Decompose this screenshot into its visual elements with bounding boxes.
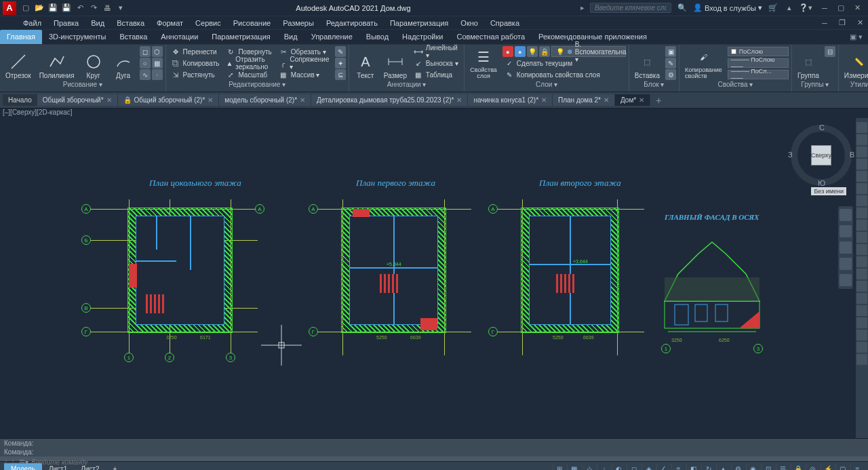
menu-view[interactable]: Вид [88, 18, 107, 28]
rt-icon[interactable] [856, 293, 867, 304]
file-tab-1[interactable]: 🔒Общий зборочный (2)*✕ [118, 94, 220, 106]
text-button[interactable]: AТекст [352, 46, 379, 80]
menu-format[interactable]: Формат [154, 18, 186, 28]
viewcube-n[interactable]: С [819, 123, 825, 132]
nav-wheel-icon[interactable] [840, 209, 852, 221]
panel-layers-label[interactable]: Слои ▾ [536, 81, 557, 88]
mirror-button[interactable]: ▲Отразить зеркально [224, 58, 273, 68]
viewcube-s[interactable]: Ю [818, 179, 825, 187]
rt-icon[interactable] [856, 122, 867, 133]
circle-button[interactable]: Круг [80, 46, 107, 80]
rt-icon[interactable] [856, 256, 867, 267]
close-icon[interactable]: ✕ [604, 96, 609, 104]
erase-icon[interactable]: ✎ [335, 46, 346, 57]
rt-icon[interactable] [856, 330, 867, 340]
ungroup-icon[interactable]: ⊟ [825, 46, 835, 57]
status-workspace-icon[interactable]: ⚙ [731, 463, 745, 471]
qat-more-icon[interactable]: ▾ [115, 3, 126, 14]
hatch-icon[interactable]: ▦ [152, 58, 163, 68]
file-tab-0[interactable]: Общий зборочный*✕ [37, 94, 118, 106]
layout-tab-1[interactable]: Лист1 [42, 463, 74, 470]
copy-button[interactable]: ⿻Копировать [169, 58, 222, 68]
file-tab-4[interactable]: начинка конуса1 (2)*✕ [468, 94, 553, 106]
rt-icon[interactable] [856, 171, 867, 182]
qat-print-icon[interactable]: 🖶 [102, 3, 113, 14]
rt-icon[interactable] [856, 183, 867, 194]
status-annoscale-icon[interactable]: ▲ [716, 463, 730, 471]
spline-icon[interactable]: ∿ [140, 69, 151, 80]
qat-saveas-icon[interactable]: 💾 [61, 3, 72, 14]
viewport-controls[interactable]: [–][Сверху][2D-каркас] [0, 109, 868, 118]
ribbon-tab-anno[interactable]: Аннотации [154, 30, 205, 44]
status-hwacc-icon[interactable]: ⚡ [821, 463, 834, 471]
panel-props-label[interactable]: Свойства ▾ [718, 81, 753, 88]
menu-file[interactable]: Файл [20, 18, 44, 28]
status-units-icon[interactable]: ⊡ [761, 463, 774, 471]
status-grid-icon[interactable]: ▦ [567, 463, 580, 471]
rt-icon[interactable] [856, 354, 867, 365]
menu-service[interactable]: Сервис [193, 18, 224, 28]
drawing-area[interactable]: Сверху С В Ю З Без имени План цокольного… [0, 118, 868, 438]
nav-show-icon[interactable] [840, 274, 852, 286]
status-cycle-icon[interactable]: ↻ [701, 463, 715, 471]
status-custom-icon[interactable]: ≡ [850, 463, 864, 471]
viewcube[interactable]: Сверху С В Ю З [791, 125, 852, 186]
point-icon[interactable]: · [152, 69, 163, 80]
linear-button[interactable]: ⟷Линейный ▾ [412, 46, 461, 57]
status-3dosnap-icon[interactable]: ◈ [642, 463, 655, 471]
close-icon[interactable]: ✕ [541, 96, 547, 104]
layout-tab-2[interactable]: Лист2 [74, 463, 106, 470]
group-button[interactable]: ⬚Группа [795, 46, 822, 80]
model-tab[interactable]: Модель [4, 463, 42, 470]
close-icon[interactable]: ✕ [456, 96, 462, 104]
fillet-button[interactable]: ╭Сопряжение ▾ [277, 58, 332, 68]
qat-open-icon[interactable]: 📂 [34, 3, 45, 14]
offset-icon[interactable]: ⊆ [335, 69, 346, 80]
status-polar-icon[interactable]: ◐ [612, 463, 625, 471]
file-tab-3[interactable]: Деталировка дымовая труба25.09.2023 (2)*… [311, 94, 468, 106]
minimize-button[interactable]: ─ [816, 2, 833, 14]
close-icon[interactable]: ✕ [639, 96, 644, 104]
rt-icon[interactable] [856, 342, 867, 353]
ltype-bylayer[interactable]: ——— ПоСлою —— [728, 58, 789, 68]
nav-pan-icon[interactable] [840, 225, 852, 237]
search-go-icon[interactable]: 🔍 [677, 3, 688, 14]
viewcube-face[interactable]: Сверху [811, 145, 831, 165]
menu-insert[interactable]: Вставка [114, 18, 147, 28]
ribbon-collapse-icon[interactable]: ▣ ▾ [844, 30, 868, 44]
measure-button[interactable]: 📏Измерить [842, 46, 868, 80]
rt-icon[interactable] [856, 208, 867, 218]
nav-zoom-icon[interactable] [840, 241, 852, 254]
panel-draw-label[interactable]: Рисование ▾ [63, 81, 102, 88]
doc-restore-button[interactable]: ❐ [834, 17, 850, 29]
table-button[interactable]: ▦Таблица [412, 69, 461, 80]
status-transparency-icon[interactable]: ◧ [686, 463, 700, 471]
rt-icon[interactable] [856, 195, 867, 206]
store-icon[interactable]: 🛒 [768, 3, 778, 14]
ribbon-tab-home[interactable]: Главная [0, 30, 42, 44]
ribbon-tab-output[interactable]: Вывод [359, 30, 395, 44]
doc-close-button[interactable]: ✕ [852, 17, 868, 29]
dim-button[interactable]: Размер [382, 46, 409, 80]
menu-modify[interactable]: Редактировать [323, 18, 380, 28]
app-logo-icon[interactable]: A [3, 1, 16, 15]
close-icon[interactable]: ✕ [300, 96, 305, 104]
doc-minimize-button[interactable]: ─ [816, 17, 833, 29]
panel-anno-label[interactable]: Аннотации ▾ [387, 81, 427, 88]
layer-icon-2[interactable]: ● [515, 46, 526, 57]
ribbon-tab-param[interactable]: Параметризация [205, 30, 277, 44]
panel-modify-label[interactable]: Редактирование ▾ [229, 81, 285, 88]
close-icon[interactable]: ✕ [106, 96, 112, 104]
block-icon-1[interactable]: ▣ [665, 46, 676, 57]
ribbon-tab-insert[interactable]: Вставка [113, 30, 154, 44]
ribbon-tab-collab[interactable]: Совместная работа [450, 30, 532, 44]
rt-icon[interactable] [856, 220, 867, 231]
rt-icon[interactable] [856, 281, 867, 292]
block-icon-3[interactable]: ⚙ [665, 69, 676, 80]
status-lweight-icon[interactable]: ≡ [671, 463, 685, 471]
layer-combo[interactable]: 💡❄В. Вспомогательна ▾ [551, 46, 626, 57]
color-bylayer[interactable]: ПоСлою [728, 47, 789, 56]
status-snap-icon[interactable]: ⊹ [582, 463, 595, 471]
file-tab-6[interactable]: Дом*✕ [615, 94, 650, 106]
status-clean-icon[interactable]: ▢ [835, 463, 849, 471]
